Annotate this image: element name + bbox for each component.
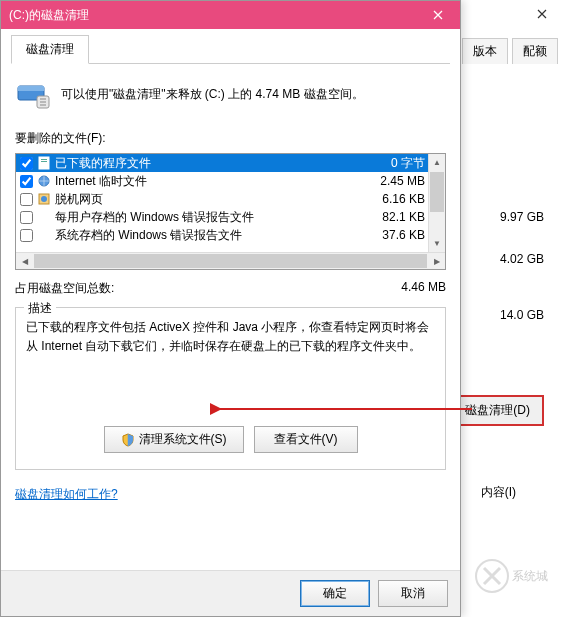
item-size: 0 字节 <box>355 155 425 172</box>
titlebar[interactable]: (C:)的磁盘清理 <box>1 1 460 29</box>
scroll-thumb[interactable] <box>430 172 444 212</box>
item-size: 82.1 KB <box>355 210 425 224</box>
files-to-delete-label: 要删除的文件(F): <box>15 130 446 147</box>
view-files-button[interactable]: 查看文件(V) <box>254 426 358 453</box>
svg-rect-3 <box>18 86 44 91</box>
item-checkbox[interactable] <box>20 157 33 170</box>
scroll-up-icon[interactable]: ▲ <box>429 154 445 171</box>
disk-cleanup-dialog: (C:)的磁盘清理 磁盘清理 可以使用"磁盘清理"来释放 (C:) 上的 4.7… <box>0 0 461 617</box>
content-label: 内容(I) <box>481 484 516 501</box>
item-label: 脱机网页 <box>55 191 351 208</box>
vertical-scrollbar[interactable]: ▲ ▼ <box>428 154 445 252</box>
item-label: 已下载的程序文件 <box>55 155 351 172</box>
scroll-right-icon[interactable]: ▶ <box>428 253 445 269</box>
total-label: 占用磁盘空间总数: <box>15 280 114 297</box>
shield-icon <box>121 433 135 447</box>
list-item[interactable]: 每用户存档的 Windows 错误报告文件 82.1 KB <box>16 208 445 226</box>
total-value: 4.46 MB <box>401 280 446 297</box>
disk-cleanup-icon <box>15 76 51 112</box>
svg-text:系统城: 系统城 <box>512 569 548 583</box>
dialog-button-row: 确定 取消 <box>1 570 460 616</box>
file-icon <box>37 156 51 170</box>
disk-cleanup-button[interactable]: 磁盘清理(D) <box>451 395 544 426</box>
tab-strip: 磁盘清理 <box>11 35 450 64</box>
disk-stats: 9.97 GB 4.02 GB 14.0 GB <box>500 210 544 322</box>
list-item[interactable]: 脱机网页 6.16 KB <box>16 190 445 208</box>
ok-button[interactable]: 确定 <box>300 580 370 607</box>
tab-quota[interactable]: 配额 <box>512 38 558 64</box>
offline-page-icon <box>37 192 51 206</box>
list-item[interactable]: 系统存档的 Windows 错误报告文件 37.6 KB <box>16 226 445 244</box>
list-item[interactable]: 已下载的程序文件 0 字节 <box>16 154 445 172</box>
svg-rect-5 <box>39 157 49 169</box>
file-icon <box>37 210 51 224</box>
item-size: 6.16 KB <box>355 192 425 206</box>
close-icon[interactable] <box>415 1 460 29</box>
item-label: Internet 临时文件 <box>55 173 351 190</box>
item-label: 每用户存档的 Windows 错误报告文件 <box>55 209 351 226</box>
item-checkbox[interactable] <box>20 211 33 224</box>
item-checkbox[interactable] <box>20 229 33 242</box>
item-size: 2.45 MB <box>355 174 425 188</box>
svg-rect-7 <box>41 161 47 162</box>
svg-rect-6 <box>41 159 47 160</box>
stat-capacity: 14.0 GB <box>500 308 544 322</box>
description-groupbox: 描述 已下载的程序文件包括 ActiveX 控件和 Java 小程序，你查看特定… <box>15 307 446 470</box>
description-text: 已下载的程序文件包括 ActiveX 控件和 Java 小程序，你查看特定网页时… <box>26 318 435 378</box>
globe-icon <box>37 174 51 188</box>
total-row: 占用磁盘空间总数: 4.46 MB <box>15 280 446 297</box>
cancel-button[interactable]: 取消 <box>378 580 448 607</box>
h-scroll-thumb[interactable] <box>34 254 427 268</box>
intro-row: 可以使用"磁盘清理"来释放 (C:) 上的 4.74 MB 磁盘空间。 <box>15 76 446 112</box>
clean-sys-label: 清理系统文件(S) <box>139 431 227 448</box>
files-listbox[interactable]: 已下载的程序文件 0 字节 Internet 临时文件 2.45 MB <box>15 153 446 270</box>
tab-version[interactable]: 版本 <box>462 38 508 64</box>
intro-text: 可以使用"磁盘清理"来释放 (C:) 上的 4.74 MB 磁盘空间。 <box>61 86 364 103</box>
list-item[interactable]: Internet 临时文件 2.45 MB <box>16 172 445 190</box>
scroll-down-icon[interactable]: ▼ <box>429 235 445 252</box>
stat-used: 9.97 GB <box>500 210 544 224</box>
close-button-bg[interactable] <box>519 0 564 28</box>
horizontal-scrollbar[interactable]: ◀ ▶ <box>16 252 445 269</box>
tab-disk-cleanup[interactable]: 磁盘清理 <box>11 35 89 64</box>
groupbox-title: 描述 <box>24 300 56 317</box>
item-label: 系统存档的 Windows 错误报告文件 <box>55 227 351 244</box>
watermark: 系统城 <box>474 556 564 599</box>
how-does-cleanup-work-link[interactable]: 磁盘清理如何工作? <box>15 486 118 503</box>
item-size: 37.6 KB <box>355 228 425 242</box>
item-checkbox[interactable] <box>20 193 33 206</box>
svg-point-10 <box>41 196 47 202</box>
bg-tab-strip: 版本 配额 <box>462 38 558 64</box>
item-checkbox[interactable] <box>20 175 33 188</box>
clean-system-files-button[interactable]: 清理系统文件(S) <box>104 426 244 453</box>
stat-free: 4.02 GB <box>500 252 544 266</box>
scroll-left-icon[interactable]: ◀ <box>16 253 33 269</box>
window-title: (C:)的磁盘清理 <box>9 7 415 24</box>
file-icon <box>37 228 51 242</box>
